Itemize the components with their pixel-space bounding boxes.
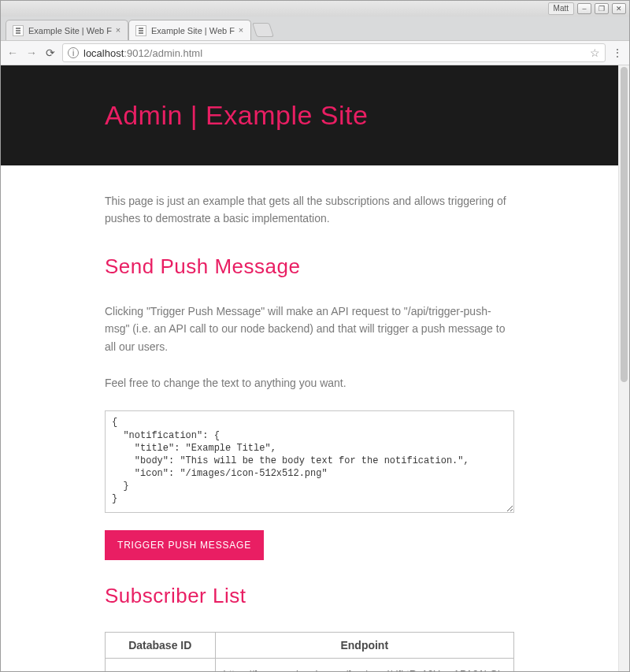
section-heading-send: Send Push Message [105, 254, 514, 279]
table-row: Iege3Q7Dxz3aVShL https://fcm.googleapis.… [106, 659, 514, 671]
trigger-push-button[interactable]: TRIGGER PUSH MESSAGE [105, 530, 264, 560]
window-close-button[interactable]: ✕ [612, 3, 626, 14]
site-info-icon[interactable]: i [68, 47, 79, 58]
paragraph: Feel free to change the text to anything… [105, 374, 514, 392]
window-maximize-button[interactable]: ❐ [595, 3, 609, 14]
browser-menu-icon[interactable]: ⋮ [610, 46, 624, 60]
tab-strip: Example Site | Web F × Example Site | We… [1, 17, 629, 40]
tab-title: Example Site | Web F [151, 26, 235, 35]
page-icon [13, 25, 24, 36]
url-host: localhost [83, 47, 124, 59]
cell-endpoint: https://fcm.googleapis.com/fcm/send/dfLt… [215, 659, 513, 671]
back-button[interactable]: ← [6, 46, 20, 60]
os-titlebar: Matt – ❐ ✕ [1, 1, 629, 17]
page-icon [135, 25, 146, 36]
window-minimize-button[interactable]: – [577, 3, 591, 14]
address-bar[interactable]: i localhost :9012/admin.html ☆ [62, 43, 606, 62]
page-content: Admin | Example Site This page is just a… [1, 65, 618, 671]
cell-db-id: Iege3Q7Dxz3aVShL [106, 659, 216, 671]
page-title: Admin | Example Site [105, 100, 514, 131]
paragraph: Clicking "Trigger Push Message" will mak… [105, 303, 514, 355]
profile-badge[interactable]: Matt [548, 2, 574, 15]
browser-window: Matt – ❐ ✕ Example Site | Web F × Exampl… [0, 0, 630, 672]
browser-toolbar: ← → ⟳ i localhost :9012/admin.html ☆ ⋮ [1, 40, 629, 65]
tab-close-icon[interactable]: × [113, 25, 123, 35]
page-viewport: Admin | Example Site This page is just a… [1, 65, 629, 671]
forward-button[interactable]: → [24, 46, 39, 60]
url-path: :9012/admin.html [124, 47, 202, 59]
payload-textarea[interactable] [105, 410, 514, 513]
browser-tab-active[interactable]: Example Site | Web F × [128, 20, 251, 40]
new-tab-button[interactable] [252, 23, 274, 37]
subscriber-table: Database ID Endpoint Iege3Q7Dxz3aVShL ht… [105, 632, 514, 671]
browser-tab[interactable]: Example Site | Web F × [6, 20, 128, 40]
page-hero: Admin | Example Site [1, 65, 618, 165]
reload-button[interactable]: ⟳ [43, 46, 57, 60]
section-heading-subscribers: Subscriber List [105, 584, 514, 608]
tab-title: Example Site | Web F [28, 26, 112, 35]
page-lead: This page is just an example that gets a… [105, 192, 514, 228]
vertical-scrollbar[interactable] [618, 65, 629, 671]
scroll-thumb[interactable] [621, 67, 628, 382]
table-header-db: Database ID [106, 633, 216, 659]
table-header-endpoint: Endpoint [215, 633, 513, 659]
tab-close-icon[interactable]: × [236, 25, 246, 35]
bookmark-star-icon[interactable]: ☆ [590, 46, 600, 59]
